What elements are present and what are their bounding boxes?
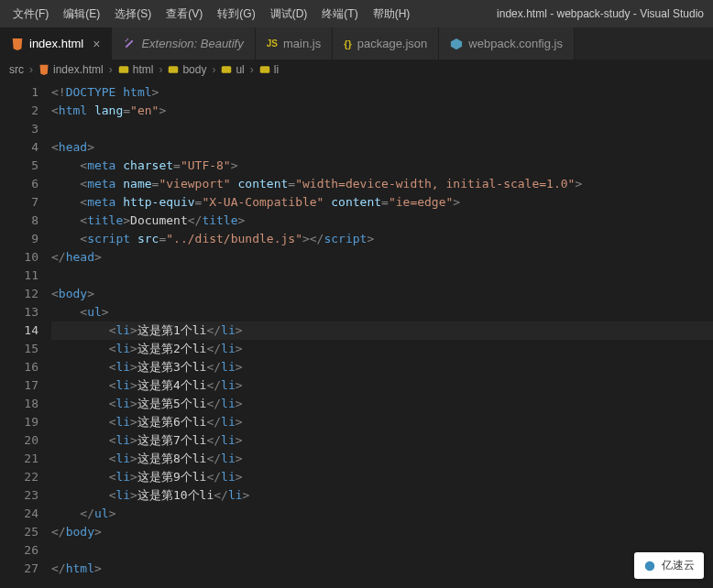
code-line[interactable]: <meta http-equiv="X-UA-Compatible" conte… bbox=[51, 193, 713, 212]
line-number: 19 bbox=[9, 413, 38, 431]
breadcrumb-file[interactable]: index.html bbox=[38, 63, 104, 76]
tab-package-json[interactable]: {} package.json bbox=[333, 27, 439, 60]
tab-webpack-config[interactable]: webpack.config.js bbox=[439, 27, 575, 60]
line-number: 8 bbox=[9, 212, 38, 230]
html-icon bbox=[11, 38, 24, 50]
code-line[interactable]: <html lang="en"> bbox=[51, 102, 713, 120]
line-gutter: 1234567891011121314151617181920212223242… bbox=[0, 80, 51, 582]
svg-marker-4 bbox=[451, 38, 462, 49]
code-line[interactable]: <li>这是第6个li</li> bbox=[51, 413, 713, 431]
breadcrumb[interactable]: src › index.html › html › body › ul › li bbox=[0, 60, 713, 80]
chevron-right-icon: › bbox=[212, 63, 215, 76]
line-number: 16 bbox=[9, 358, 38, 376]
line-number: 27 bbox=[9, 560, 38, 578]
chevron-right-icon: › bbox=[159, 63, 162, 76]
line-number: 24 bbox=[9, 505, 38, 523]
tab-label: Extension: Beautify bbox=[141, 37, 243, 50]
close-icon[interactable]: × bbox=[89, 37, 100, 51]
code-line[interactable]: <body> bbox=[51, 285, 713, 303]
line-number: 15 bbox=[9, 340, 38, 358]
tab-extension-beautify[interactable]: Extension: Beautify bbox=[112, 27, 255, 60]
code-line[interactable]: <script src="../dist/bundle.js"></script… bbox=[51, 230, 713, 248]
line-number: 25 bbox=[9, 523, 38, 541]
breadcrumb-node-li[interactable]: li bbox=[259, 63, 279, 76]
line-number: 14 bbox=[9, 321, 38, 340]
menu-edit[interactable]: 编辑(E) bbox=[56, 0, 107, 27]
code-line[interactable]: <!DOCTYPE html> bbox=[51, 83, 713, 102]
line-number: 3 bbox=[9, 120, 38, 138]
code-line[interactable] bbox=[51, 267, 713, 285]
menu-terminal[interactable]: 终端(T) bbox=[314, 0, 365, 27]
code-line[interactable] bbox=[51, 120, 713, 138]
menubar: 文件(F) 编辑(E) 选择(S) 查看(V) 转到(G) 调试(D) 终端(T… bbox=[0, 0, 713, 27]
svg-point-2 bbox=[126, 39, 127, 41]
json-icon: {} bbox=[344, 38, 352, 49]
line-number: 5 bbox=[9, 157, 38, 175]
code-line[interactable]: <li>这是第8个li</li> bbox=[51, 450, 713, 468]
js-icon: JS bbox=[267, 38, 278, 49]
menu-file[interactable]: 文件(F) bbox=[5, 0, 56, 27]
code-line[interactable]: </html> bbox=[51, 560, 713, 578]
svg-rect-6 bbox=[118, 66, 128, 73]
code-line[interactable]: <ul> bbox=[51, 303, 713, 321]
code-line[interactable]: <head> bbox=[51, 138, 713, 157]
svg-marker-5 bbox=[40, 65, 49, 75]
window-title: index.html - webpack-study - Visual Stud… bbox=[497, 7, 704, 20]
line-number: 11 bbox=[9, 267, 38, 285]
code-line[interactable]: <title>Document</title> bbox=[51, 212, 713, 230]
code-line[interactable]: <li>这是第3个li</li> bbox=[51, 358, 713, 376]
line-number: 13 bbox=[9, 303, 38, 321]
menu-debug[interactable]: 调试(D) bbox=[263, 0, 315, 27]
line-number: 26 bbox=[9, 541, 38, 560]
breadcrumb-node-ul[interactable]: ul bbox=[221, 63, 244, 76]
line-number: 21 bbox=[9, 450, 38, 468]
editor[interactable]: 1234567891011121314151617181920212223242… bbox=[0, 80, 713, 582]
line-number: 12 bbox=[9, 285, 38, 303]
line-number: 4 bbox=[9, 138, 38, 157]
menu-view[interactable]: 查看(V) bbox=[159, 0, 210, 27]
line-number: 9 bbox=[9, 230, 38, 248]
tab-index-html[interactable]: index.html × bbox=[0, 27, 112, 60]
svg-marker-0 bbox=[13, 38, 23, 49]
line-number: 7 bbox=[9, 193, 38, 212]
line-number: 2 bbox=[9, 102, 38, 120]
line-number: 18 bbox=[9, 395, 38, 413]
code-line[interactable]: </ul> bbox=[51, 505, 713, 523]
menu-help[interactable]: 帮助(H) bbox=[366, 0, 418, 27]
menu-goto[interactable]: 转到(G) bbox=[210, 0, 262, 27]
chevron-right-icon: › bbox=[250, 63, 254, 76]
line-number: 23 bbox=[9, 486, 38, 505]
tabbar: index.html × Extension: Beautify JS main… bbox=[0, 27, 713, 60]
code-line[interactable]: <li>这是第10个li</li> bbox=[51, 486, 713, 505]
watermark-badge: 亿速云 bbox=[634, 552, 704, 579]
code-line[interactable]: <li>这是第9个li</li> bbox=[51, 468, 713, 486]
line-number: 20 bbox=[9, 431, 38, 450]
tab-main-js[interactable]: JS main.js bbox=[256, 27, 333, 60]
code-line[interactable]: </body> bbox=[51, 523, 713, 541]
tab-label: package.json bbox=[357, 37, 428, 50]
code-line[interactable]: <li>这是第4个li</li> bbox=[51, 376, 713, 395]
svg-rect-7 bbox=[169, 66, 179, 73]
breadcrumb-node-html[interactable]: html bbox=[118, 63, 154, 76]
code-line[interactable] bbox=[51, 541, 713, 560]
menu-select[interactable]: 选择(S) bbox=[107, 0, 159, 27]
breadcrumb-folder[interactable]: src bbox=[9, 63, 24, 76]
chevron-right-icon: › bbox=[29, 63, 33, 76]
svg-point-3 bbox=[127, 38, 129, 39]
code-line[interactable]: <li>这是第1个li</li> bbox=[51, 321, 713, 340]
code-line[interactable]: <li>这是第7个li</li> bbox=[51, 431, 713, 450]
code-line[interactable]: <meta name="viewport" content="width=dev… bbox=[51, 175, 713, 193]
code-line[interactable]: <meta charset="UTF-8"> bbox=[51, 157, 713, 175]
code-line[interactable]: </head> bbox=[51, 248, 713, 267]
code-line[interactable]: <li>这是第2个li</li> bbox=[51, 340, 713, 358]
breadcrumb-node-body[interactable]: body bbox=[168, 63, 206, 76]
svg-rect-8 bbox=[222, 66, 232, 73]
tab-label: webpack.config.js bbox=[468, 37, 563, 50]
code-line[interactable]: <li>这是第5个li</li> bbox=[51, 395, 713, 413]
chevron-right-icon: › bbox=[109, 63, 113, 76]
tab-label: main.js bbox=[283, 37, 321, 50]
svg-rect-9 bbox=[260, 66, 270, 73]
wand-icon bbox=[123, 38, 136, 50]
code-area[interactable]: <!DOCTYPE html><html lang="en"><head> <m… bbox=[51, 80, 713, 582]
line-number: 6 bbox=[9, 175, 38, 193]
